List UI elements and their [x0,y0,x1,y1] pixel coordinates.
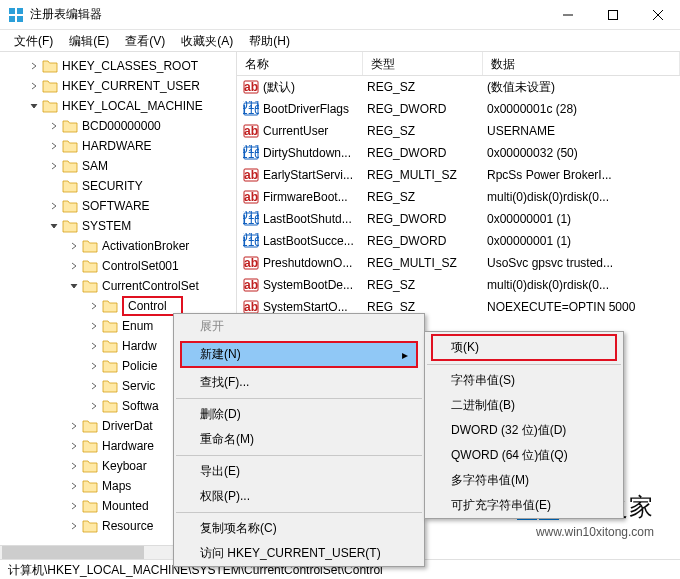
tree-caret-icon[interactable] [48,140,60,152]
value-row[interactable]: 011110BootDriverFlagsREG_DWORD0x0000001c… [237,98,680,120]
ctx-permissions[interactable]: 权限(P)... [174,484,424,509]
ctx-rename[interactable]: 重命名(M) [174,427,424,452]
folder-icon [82,499,98,513]
menu-help[interactable]: 帮助(H) [241,30,298,51]
ctx-copy-keyname[interactable]: 复制项名称(C) [174,516,424,541]
ctx-new-multistring[interactable]: 多字符串值(M) [425,468,623,493]
value-row[interactable]: abSystemBootDe...REG_SZmulti(0)disk(0)rd… [237,274,680,296]
value-type: REG_DWORD [363,212,483,226]
tree-item[interactable]: ControlSet001 [0,256,236,276]
tree-caret-icon[interactable] [88,340,100,352]
value-name: BootDriverFlags [263,102,349,116]
ctx-find[interactable]: 查找(F)... [174,370,424,395]
value-type-icon: ab [243,79,259,95]
svg-text:ab: ab [244,278,258,292]
value-row[interactable]: abCurrentUserREG_SZUSERNAME [237,120,680,142]
tree-item-label: Resource [102,519,153,533]
tree-caret-icon[interactable] [48,180,60,192]
tree-caret-icon[interactable] [28,80,40,92]
tree-caret-icon[interactable] [48,160,60,172]
tree-caret-icon[interactable] [48,120,60,132]
value-name: FirmwareBoot... [263,190,348,204]
value-data: 0x00000001 (1) [483,212,680,226]
tree-caret-icon[interactable] [88,400,100,412]
tree-item[interactable]: CurrentControlSet [0,276,236,296]
maximize-button[interactable] [590,0,635,29]
column-header-type[interactable]: 类型 [363,52,483,75]
close-button[interactable] [635,0,680,29]
tree-item-label: HARDWARE [82,139,152,153]
value-row[interactable]: abFirmwareBoot...REG_SZmulti(0)disk(0)rd… [237,186,680,208]
menu-favorites[interactable]: 收藏夹(A) [173,30,241,51]
value-row[interactable]: abPreshutdownO...REG_MULTI_SZUsoSvc gpsv… [237,252,680,274]
ctx-new[interactable]: 新建(N) ▸ [180,341,418,368]
tree-caret-icon[interactable] [68,240,80,252]
tree-caret-icon[interactable] [88,360,100,372]
value-data: RpcSs Power BrokerI... [483,168,680,182]
ctx-new-key[interactable]: 项(K) [431,334,617,361]
tree-caret-icon[interactable] [68,440,80,452]
tree-caret-icon[interactable] [48,220,60,232]
tree-caret-icon[interactable] [68,280,80,292]
value-data: multi(0)disk(0)rdisk(0... [483,190,680,204]
tree-item[interactable]: HKEY_CURRENT_USER [0,76,236,96]
ctx-export[interactable]: 导出(E) [174,459,424,484]
ctx-new-dword[interactable]: DWORD (32 位)值(D) [425,418,623,443]
tree-caret-icon[interactable] [88,320,100,332]
tree-caret-icon[interactable] [68,480,80,492]
folder-icon [82,439,98,453]
ctx-delete[interactable]: 删除(D) [174,402,424,427]
ctx-expand[interactable]: 展开 [174,314,424,339]
svg-rect-0 [9,8,15,14]
column-header-data[interactable]: 数据 [483,52,680,75]
value-row[interactable]: ab(默认)REG_SZ(数值未设置) [237,76,680,98]
ctx-new-label: 新建(N) [200,347,241,361]
menu-view[interactable]: 查看(V) [117,30,173,51]
svg-text:ab: ab [244,124,258,138]
tree-item[interactable]: SOFTWARE [0,196,236,216]
folder-icon [42,79,58,93]
ctx-new-string[interactable]: 字符串值(S) [425,368,623,393]
folder-icon [42,99,58,113]
window-title: 注册表编辑器 [30,6,545,23]
tree-caret-icon[interactable] [88,380,100,392]
tree-item[interactable]: BCD00000000 [0,116,236,136]
tree-caret-icon[interactable] [28,100,40,112]
tree-item[interactable]: HARDWARE [0,136,236,156]
folder-icon [62,159,78,173]
tree-item[interactable]: ActivationBroker [0,236,236,256]
value-row[interactable]: 011110DirtyShutdown...REG_DWORD0x0000003… [237,142,680,164]
tree-item[interactable]: SAM [0,156,236,176]
tree-caret-icon[interactable] [68,520,80,532]
value-row[interactable]: abEarlyStartServi...REG_MULTI_SZRpcSs Po… [237,164,680,186]
tree-item[interactable]: SYSTEM [0,216,236,236]
tree-caret-icon[interactable] [88,300,100,312]
tree-item[interactable]: HKEY_CLASSES_ROOT [0,56,236,76]
tree-caret-icon[interactable] [28,60,40,72]
folder-icon [62,219,78,233]
value-row[interactable]: 011110LastBootSucce...REG_DWORD0x0000000… [237,230,680,252]
menu-file[interactable]: 文件(F) [6,30,61,51]
svg-text:110: 110 [243,213,259,227]
column-header-name[interactable]: 名称 [237,52,363,75]
tree-item-label: Mounted [102,499,149,513]
tree-caret-icon[interactable] [68,420,80,432]
tree-item[interactable]: HKEY_LOCAL_MACHINE [0,96,236,116]
tree-caret-icon[interactable] [68,260,80,272]
tree-item[interactable]: SECURITY [0,176,236,196]
ctx-new-expandstring[interactable]: 可扩充字符串值(E) [425,493,623,518]
value-row[interactable]: 011110LastBootShutd...REG_DWORD0x0000000… [237,208,680,230]
tree-caret-icon[interactable] [68,500,80,512]
ctx-new-binary[interactable]: 二进制值(B) [425,393,623,418]
folder-icon [102,399,118,413]
svg-text:ab: ab [244,256,258,270]
tree-caret-icon[interactable] [48,200,60,212]
tree-caret-icon[interactable] [68,460,80,472]
ctx-goto-hkcu[interactable]: 访问 HKEY_CURRENT_USER(T) [174,541,424,566]
value-data: (数值未设置) [483,79,680,96]
value-data: multi(0)disk(0)rdisk(0... [483,278,680,292]
minimize-button[interactable] [545,0,590,29]
ctx-new-qword[interactable]: QWORD (64 位)值(Q) [425,443,623,468]
menu-edit[interactable]: 编辑(E) [61,30,117,51]
tree-item-label: SYSTEM [82,219,131,233]
